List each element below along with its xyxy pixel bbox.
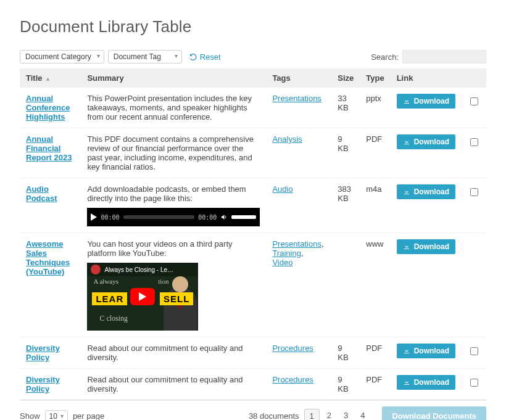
doc-type: www xyxy=(360,233,390,337)
doc-type: pptx xyxy=(360,88,390,128)
category-filter[interactable]: Document Category xyxy=(20,50,104,64)
doc-summary: Read about our commitment to equality an… xyxy=(81,369,266,400)
document-count: 38 documents xyxy=(249,411,299,420)
doc-summary: This PDF document contains a comprehensi… xyxy=(81,128,266,178)
reset-button[interactable]: Reset xyxy=(189,52,221,62)
table-row: Annual Conference HighlightsThis PowerPo… xyxy=(20,88,486,128)
download-button[interactable]: Download xyxy=(397,184,455,199)
doc-title-link[interactable]: Diversity Policy xyxy=(26,344,60,362)
col-link-header[interactable]: Link xyxy=(391,68,462,88)
row-checkbox[interactable] xyxy=(470,97,478,105)
col-type-header[interactable]: Type xyxy=(360,68,390,88)
download-button[interactable]: Download xyxy=(397,134,455,149)
page-4[interactable]: 4 xyxy=(355,409,370,420)
doc-size: 9 KB xyxy=(331,128,360,178)
video-banner-right: SELL xyxy=(160,292,193,305)
audio-current-time: 00:00 xyxy=(101,214,119,221)
page-title: Document Library Table xyxy=(20,17,486,36)
table-row: Diversity PolicyRead about our commitmen… xyxy=(20,337,486,369)
row-checkbox[interactable] xyxy=(470,188,478,196)
video-banner-left: LEAR xyxy=(92,292,127,305)
tag-link[interactable]: Procedures xyxy=(272,344,313,353)
video-caption: Always be Closing - Le… xyxy=(104,266,173,273)
doc-size: 383 KB xyxy=(331,178,360,233)
chalk-text: tion xyxy=(158,278,168,285)
youtube-play-icon[interactable] xyxy=(130,288,155,305)
tag-link[interactable]: Procedures xyxy=(272,375,313,384)
show-label: Show xyxy=(20,411,40,420)
audio-track[interactable] xyxy=(123,215,195,219)
col-title-header[interactable]: Title▲ xyxy=(20,68,81,88)
table-footer: Show 10 per page 38 documents 1234 Downl… xyxy=(20,406,486,420)
table-row: Audio PodcastAdd downloadable podcasts, … xyxy=(20,178,486,233)
tag-link[interactable]: Presentations xyxy=(272,94,321,103)
download-icon xyxy=(403,188,410,196)
doc-title-link[interactable]: Annual Financial Report 2023 xyxy=(26,134,72,162)
tag-link[interactable]: Analysis xyxy=(272,134,302,144)
doc-tags: Presentations, Training, Video xyxy=(266,233,331,337)
doc-size: 33 KB xyxy=(331,88,360,128)
filter-bar: Document Category Document Tag Reset Sea… xyxy=(20,50,486,64)
doc-tags: Procedures xyxy=(266,337,331,369)
download-icon xyxy=(403,97,410,105)
table-row: Annual Financial Report 2023This PDF doc… xyxy=(20,128,486,178)
video-embed[interactable]: Always be Closing - Le…A alwaystionC clo… xyxy=(87,263,198,331)
doc-size xyxy=(331,233,360,337)
download-icon xyxy=(403,243,410,250)
col-summary-header[interactable]: Summary xyxy=(81,68,266,88)
tag-filter[interactable]: Document Tag xyxy=(108,50,182,64)
table-row: Awesome Sales Techniques (YouTube)You ca… xyxy=(20,233,486,337)
doc-title-link[interactable]: Diversity Policy xyxy=(26,375,60,393)
download-label: Download xyxy=(414,347,449,355)
download-button[interactable]: Download xyxy=(397,94,455,109)
reset-label: Reset xyxy=(200,52,221,62)
chalk-text: C closing xyxy=(99,314,128,323)
chalk-text: A always xyxy=(93,278,118,285)
search-label: Search: xyxy=(371,52,399,62)
page-1[interactable]: 1 xyxy=(304,409,320,420)
doc-title-link[interactable]: Audio Podcast xyxy=(26,184,57,203)
download-documents-button[interactable]: Download Documents xyxy=(382,406,486,420)
download-label: Download xyxy=(414,242,449,251)
row-checkbox[interactable] xyxy=(470,138,478,146)
download-button[interactable]: Download xyxy=(397,375,455,390)
tag-link[interactable]: Presentations xyxy=(272,239,321,249)
col-tags-header[interactable]: Tags xyxy=(266,68,331,88)
row-checkbox[interactable] xyxy=(470,379,478,387)
download-button[interactable]: Download xyxy=(397,344,455,358)
audio-duration: 00:00 xyxy=(198,214,217,221)
play-icon[interactable] xyxy=(91,213,97,221)
doc-tags: Presentations xyxy=(266,88,331,128)
download-button[interactable]: Download xyxy=(397,239,455,254)
tag-link[interactable]: Video xyxy=(272,258,292,267)
per-page-select[interactable]: 10 xyxy=(45,410,68,421)
video-header: Always be Closing - Le… xyxy=(87,263,198,276)
doc-summary: Add downloadable podcasts, or embed them… xyxy=(81,178,266,233)
doc-tags: Analysis xyxy=(266,128,331,178)
volume-slider[interactable] xyxy=(231,215,256,219)
page-3[interactable]: 3 xyxy=(339,409,353,420)
doc-title-link[interactable]: Annual Conference Highlights xyxy=(26,94,70,121)
channel-icon xyxy=(91,265,101,274)
download-icon xyxy=(403,347,410,355)
tag-link[interactable]: Training xyxy=(272,249,301,258)
volume-icon xyxy=(220,213,228,221)
download-label: Download xyxy=(414,138,449,146)
doc-type: PDF xyxy=(360,369,390,400)
row-checkbox[interactable] xyxy=(470,347,478,355)
tag-link[interactable]: Audio xyxy=(272,184,292,194)
audio-player: 00:0000:00 xyxy=(87,208,260,226)
sort-asc-icon: ▲ xyxy=(45,75,51,82)
table-row: Diversity PolicyRead about our commitmen… xyxy=(20,369,486,400)
col-checkbox-header xyxy=(462,68,486,88)
download-icon xyxy=(403,379,410,386)
doc-tags: Audio xyxy=(266,178,331,233)
col-size-header[interactable]: Size xyxy=(331,68,360,88)
doc-size: 9 KB xyxy=(331,369,360,400)
search-input[interactable] xyxy=(402,50,486,64)
doc-tags: Procedures xyxy=(266,369,331,400)
doc-title-link[interactable]: Awesome Sales Techniques (YouTube) xyxy=(26,239,70,276)
per-page-label: per page xyxy=(73,411,104,420)
document-table: Title▲ Summary Tags Size Type Link Annua… xyxy=(20,68,486,400)
page-2[interactable]: 2 xyxy=(322,409,336,420)
